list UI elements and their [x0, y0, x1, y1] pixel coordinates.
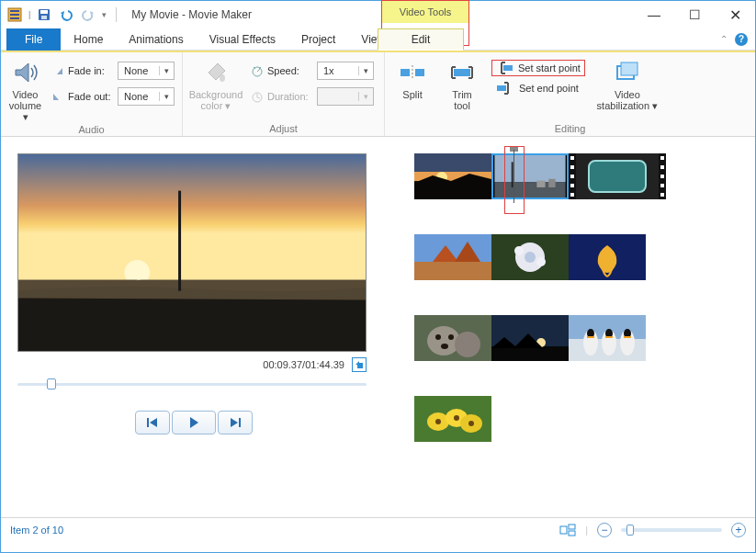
split-button[interactable]: Split — [392, 56, 433, 100]
svg-point-7 — [220, 74, 225, 82]
save-icon[interactable] — [36, 6, 52, 23]
main-area: 00:09.37/01:44.39 — [1, 137, 755, 517]
time-display: 00:09.37/01:44.39 — [263, 359, 344, 370]
close-button[interactable]: ✕ — [715, 2, 755, 28]
tab-home[interactable]: Home — [61, 28, 116, 51]
group-label-adjust: Adjust — [190, 121, 377, 134]
quick-access-toolbar: | ▾ My Movie - Movie Maker — [1, 1, 257, 28]
svg-rect-14 — [503, 65, 513, 71]
play-button[interactable] — [172, 411, 216, 434]
trim-tool-button[interactable]: Trim tool — [442, 56, 482, 111]
tab-file[interactable]: File — [6, 28, 61, 51]
clip-thumb[interactable] — [491, 315, 569, 361]
split-icon — [398, 58, 427, 87]
svg-point-43 — [435, 334, 441, 340]
fade-out-icon — [51, 91, 64, 102]
fade-in-combo[interactable]: None▾ — [118, 62, 175, 80]
tab-project[interactable]: Project — [288, 28, 348, 51]
storyboard-row — [414, 315, 746, 361]
svg-rect-13 — [454, 69, 470, 76]
app-icon[interactable] — [6, 6, 23, 23]
svg-rect-23 — [239, 418, 241, 427]
clip-thumb[interactable] — [414, 153, 491, 199]
ribbon-tabs: File Home Animations Visual Effects Proj… — [1, 28, 755, 51]
speed-combo[interactable]: 1x▾ — [317, 62, 374, 80]
svg-point-37 — [525, 252, 536, 263]
zoom-out-button[interactable]: − — [597, 523, 612, 537]
tab-animations[interactable]: Animations — [116, 28, 196, 51]
redo-icon[interactable] — [80, 6, 96, 23]
svg-rect-3 — [10, 17, 19, 19]
speed-label: Speed: — [267, 65, 313, 76]
svg-rect-22 — [147, 418, 149, 427]
storyboard-row — [414, 153, 746, 199]
svg-rect-65 — [560, 526, 567, 534]
maximize-button[interactable]: ☐ — [674, 2, 715, 28]
speed-icon — [251, 64, 264, 77]
tab-edit[interactable]: Edit — [378, 28, 464, 51]
seek-thumb[interactable] — [47, 378, 56, 389]
svg-rect-11 — [415, 69, 424, 76]
collapse-ribbon-icon[interactable]: ⌃ — [720, 34, 728, 44]
filmstrip-edge — [659, 153, 666, 199]
clip-thumb[interactable] — [414, 315, 491, 361]
set-start-point-button[interactable]: Set start point — [491, 60, 585, 76]
fade-in-icon — [51, 65, 64, 76]
svg-point-62 — [435, 419, 441, 424]
window-controls: — ☐ ✕ — [634, 2, 755, 28]
preview-monitor[interactable] — [17, 153, 367, 352]
prev-frame-button[interactable] — [135, 411, 170, 434]
clip-thumb-selected[interactable] — [491, 153, 569, 199]
clip-title-card[interactable] — [576, 153, 659, 199]
duration-label: Duration: — [267, 91, 313, 102]
video-volume-button[interactable]: Video volume ▾ — [8, 56, 42, 122]
clip-thumb[interactable] — [414, 396, 491, 442]
set-end-icon — [497, 82, 513, 95]
clip-thumb[interactable] — [569, 315, 646, 361]
svg-rect-1 — [10, 10, 19, 12]
window-title: My Movie - Movie Maker — [131, 8, 252, 21]
svg-rect-31 — [536, 181, 545, 187]
fullscreen-button[interactable] — [352, 357, 367, 372]
svg-point-63 — [454, 415, 459, 421]
paint-bucket-icon — [201, 58, 231, 87]
svg-rect-21 — [178, 191, 181, 291]
help-icon[interactable]: ? — [735, 33, 748, 46]
group-label-audio: Audio — [8, 122, 175, 135]
zoom-slider[interactable] — [621, 528, 722, 532]
svg-rect-2 — [10, 14, 19, 16]
ribbon: Video volume ▾ Fade in: None▾ Fade out: … — [1, 52, 755, 137]
context-tab-header: Video Tools — [382, 1, 468, 23]
view-toggle-icon[interactable] — [559, 524, 576, 536]
video-stabilization-button[interactable]: Video stabilization ▾ — [594, 56, 660, 111]
svg-point-64 — [468, 421, 474, 426]
storyboard[interactable] — [387, 137, 755, 517]
svg-rect-66 — [569, 525, 575, 529]
zoom-thumb[interactable] — [626, 525, 634, 536]
undo-icon[interactable] — [58, 6, 74, 23]
tab-visual-effects[interactable]: Visual Effects — [197, 28, 288, 51]
svg-point-38 — [514, 246, 524, 255]
next-frame-button[interactable] — [218, 411, 253, 434]
filmstrip-edge — [569, 153, 576, 199]
zoom-in-button[interactable]: + — [731, 523, 746, 537]
clip-thumb[interactable] — [414, 234, 491, 280]
clip-thumb[interactable] — [491, 234, 569, 280]
svg-rect-5 — [40, 10, 48, 14]
seek-bar[interactable] — [17, 376, 367, 392]
svg-rect-67 — [569, 531, 575, 536]
clip-thumb[interactable] — [569, 234, 646, 280]
minimize-button[interactable]: — — [634, 2, 674, 28]
fade-in-label: Fade in: — [68, 65, 114, 76]
set-end-point-button[interactable]: Set end point — [491, 80, 585, 96]
stabilization-icon — [613, 58, 642, 87]
duration-icon — [251, 90, 264, 103]
duration-combo: ▾ — [317, 87, 374, 106]
storyboard-row — [414, 396, 746, 442]
qat-dd-icon[interactable]: ▾ — [102, 10, 107, 19]
playhead-highlight — [504, 146, 525, 214]
svg-rect-10 — [401, 69, 410, 76]
svg-rect-15 — [497, 85, 506, 91]
fade-out-combo[interactable]: None▾ — [118, 87, 175, 106]
storyboard-row — [414, 234, 746, 280]
